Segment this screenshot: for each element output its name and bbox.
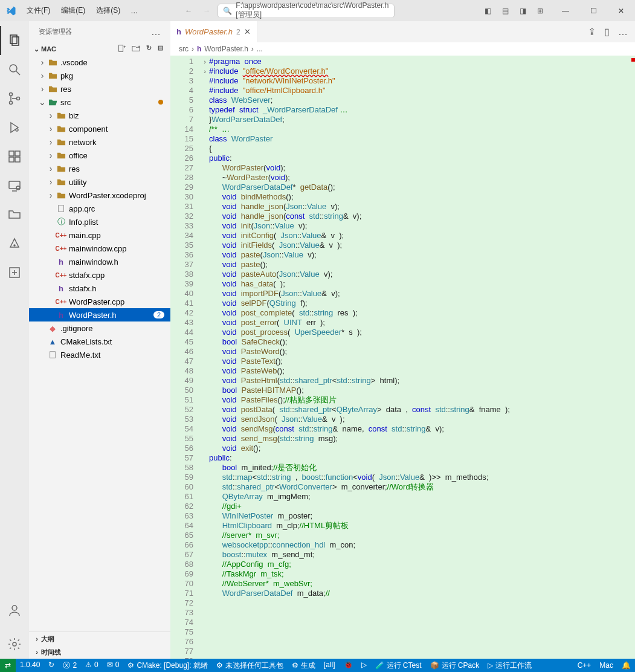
breadcrumb-more[interactable]: ... [257,45,263,53]
activity-scm[interactable] [0,84,29,113]
refresh-icon[interactable]: ↻ [146,44,152,54]
tree-item-label: src [60,98,71,107]
statusbar-item[interactable]: C++ [573,661,596,670]
layout-panel-icon[interactable]: ▤ [502,7,509,15]
new-file-icon[interactable] [117,44,126,54]
tree-item-label: network [69,138,97,147]
statusbar-item[interactable]: ▷ [357,661,371,669]
folder-root[interactable]: ⌄ MAC ↻ ⊟ [29,42,170,56]
maximize-button[interactable]: ☐ [579,0,607,21]
statusbar-item[interactable]: 🐞 [340,661,357,669]
tree-item[interactable]: ▲CMakeLists.txt [29,335,170,348]
explorer-more-icon[interactable]: … [151,27,161,37]
activity-cmake[interactable] [0,258,29,287]
svg-rect-11 [15,157,20,162]
statusbar-item[interactable]: [all] [320,661,340,669]
fold-column[interactable]: ›› [201,56,209,659]
statusbar-item[interactable]: ▷运行工作流 [483,661,536,671]
svg-rect-25 [59,205,64,212]
status-icon: 📦 [430,661,439,670]
tree-item[interactable]: ›WordPaster.xcodeproj [29,189,170,202]
tree-item[interactable]: ⌄src [29,95,170,109]
command-center[interactable]: 🔍 F:\apps\wordpaster\code\mac\src\WordPa… [218,4,394,18]
error-marker[interactable] [631,58,635,62]
compare-icon[interactable]: ⇪ [588,26,596,37]
tree-item[interactable]: ›component [29,122,170,135]
statusbar-item[interactable]: 🔔 [617,661,635,670]
statusbar-item[interactable]: ✉0 [103,661,124,669]
breadcrumb-src[interactable]: src [179,45,189,53]
more-icon[interactable]: … [618,27,628,37]
tree-item[interactable]: app.qrc [29,202,170,215]
tab-problem-count: 2 [236,28,240,36]
layout-sidebar-left-icon[interactable]: ◧ [485,7,491,15]
statusbar-item[interactable]: ⚙生成 [288,661,320,671]
nav-forward[interactable]: → [203,7,210,15]
status-text: 运行工作流 [495,661,532,671]
tree-item[interactable]: ›office [29,149,170,162]
tree-item[interactable]: C++WordPaster.cpp [29,295,170,308]
tree-item[interactable]: ›utility [29,175,170,189]
tree-item[interactable]: ›network [29,135,170,149]
activity-remote[interactable] [0,171,29,200]
tree-item[interactable]: hWordPaster.h2 [29,308,170,321]
tree-item[interactable]: ›res [29,82,170,95]
tree-item[interactable]: hstdafx.h [29,282,170,295]
menu-item[interactable]: 选择(S) [91,5,126,16]
tree-item[interactable]: ⓘInfo.plist [29,215,170,228]
tree-item[interactable]: ›res [29,162,170,175]
activity-settings[interactable] [0,630,29,659]
tree-item[interactable]: ›.vscode [29,56,170,69]
breadcrumb[interactable]: src › h WordPaster.h › ... [170,42,635,56]
tree-item[interactable]: ›biz [29,109,170,122]
h-icon: h [56,311,66,320]
timeline-section[interactable]: ›时间线 [29,645,170,659]
statusbar-item[interactable]: ⚙CMake: [Debug]: 就绪 [123,661,211,671]
statusbar-item[interactable]: 📦运行 CPack [426,661,484,671]
activity-run[interactable] [0,113,29,142]
statusbar-item[interactable]: ⓧ2 [59,661,81,671]
svg-rect-13 [9,181,20,189]
statusbar-item[interactable]: Mac [595,661,617,670]
code-editor[interactable]: #pragma once#include "office/WordConvert… [209,56,629,659]
svg-point-19 [13,642,16,646]
layout-sidebar-right-icon[interactable]: ◨ [520,7,526,15]
statusbar-item[interactable]: ↻ [44,661,59,669]
menu-ellipsis[interactable]: … [126,7,143,15]
remote-indicator[interactable]: ⇄ [0,659,16,672]
nav-back[interactable]: ← [185,7,192,15]
statusbar-item[interactable]: 🧪运行 CTest [371,661,426,671]
activity-testing[interactable] [0,229,29,258]
menu-item[interactable]: 编辑(E) [56,5,91,16]
statusbar-item[interactable]: ⚠0 [81,661,103,669]
collapse-icon[interactable]: ⊟ [158,44,163,54]
activity-account[interactable] [0,596,29,625]
activity-extensions[interactable] [0,142,29,171]
breadcrumb-file[interactable]: WordPaster.h [204,45,248,53]
tree-item[interactable]: ◆.gitignore [29,321,170,335]
tab-wordpaster-h[interactable]: h WordPaster.h 2 ✕ [170,21,257,42]
tree-item[interactable]: ReadMe.txt [29,348,170,361]
minimize-button[interactable]: — [552,0,579,21]
new-folder-icon[interactable] [132,44,140,54]
tree-item[interactable]: C++main.cpp [29,228,170,242]
statusbar-item[interactable]: ⚙未选择任何工具包 [212,661,288,671]
chevron-icon: ⌄ [37,97,47,107]
menu-item[interactable]: 文件(F) [21,5,56,16]
layout-customize-icon[interactable]: ⊞ [537,7,543,15]
tab-close-icon[interactable]: ✕ [244,27,251,36]
outline-section[interactable]: ›大纲 [29,632,170,645]
activity-folder[interactable] [0,200,29,229]
folder-icon [56,164,66,173]
statusbar-item[interactable]: 1.0.40 [16,661,44,669]
minimap[interactable] [629,56,635,659]
activity-search[interactable] [0,55,29,84]
tree-item[interactable]: ›pkg [29,69,170,82]
activity-explorer[interactable] [0,26,29,55]
split-icon[interactable]: ▯ [604,26,610,37]
tree-item[interactable]: C++mainwindow.cpp [29,242,170,255]
tree-item[interactable]: hmainwindow.h [29,255,170,268]
tree-item[interactable]: C++stdafx.cpp [29,268,170,282]
folder-icon [56,151,66,160]
close-button[interactable]: ✕ [607,0,635,21]
